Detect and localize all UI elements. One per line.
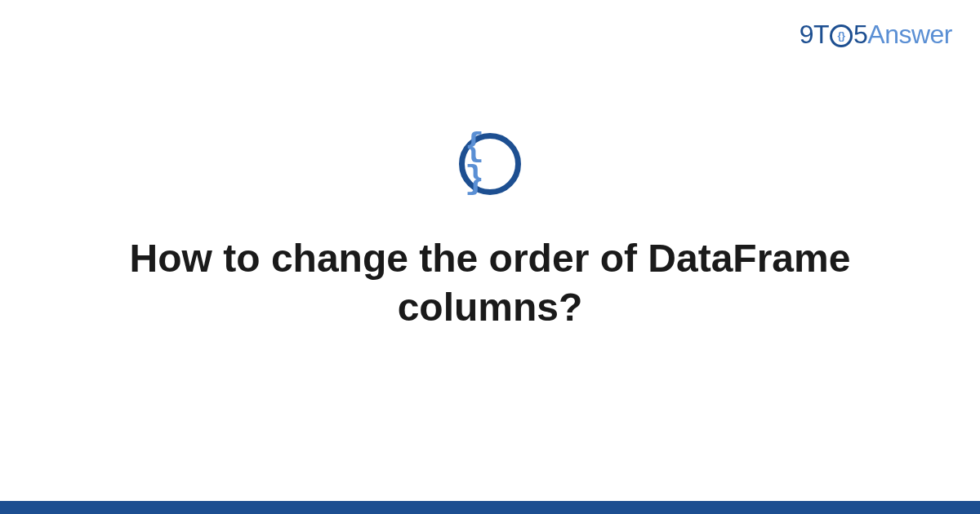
question-title: How to change the order of DataFrame col… (122, 234, 858, 332)
braces-glyph: { } (465, 131, 515, 197)
code-braces-icon: { } (459, 133, 521, 195)
main-content: { } How to change the order of DataFrame… (0, 0, 980, 514)
footer-accent-bar (0, 501, 980, 514)
